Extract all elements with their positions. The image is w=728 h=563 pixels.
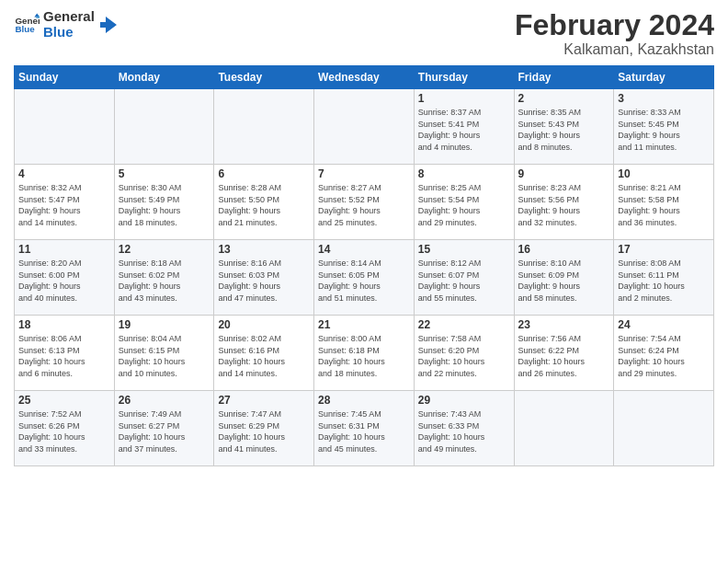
table-row: 29Sunrise: 7:43 AM Sunset: 6:33 PM Dayli…	[414, 391, 514, 466]
day-number: 27	[218, 394, 310, 407]
weekday-header-row: Sunday Monday Tuesday Wednesday Thursday…	[15, 66, 714, 89]
day-info: Sunrise: 8:08 AM Sunset: 6:11 PM Dayligh…	[618, 258, 710, 304]
day-number: 9	[518, 167, 610, 180]
day-info: Sunrise: 7:56 AM Sunset: 6:22 PM Dayligh…	[518, 333, 610, 379]
day-number: 2	[518, 92, 610, 105]
table-row: 1Sunrise: 8:37 AM Sunset: 5:41 PM Daylig…	[414, 89, 514, 165]
header-wednesday: Wednesday	[314, 66, 415, 89]
day-number: 24	[618, 318, 710, 331]
day-info: Sunrise: 8:00 AM Sunset: 6:18 PM Dayligh…	[318, 333, 410, 379]
day-number: 23	[518, 318, 610, 331]
header-saturday: Saturday	[614, 66, 714, 89]
table-row: 8Sunrise: 8:25 AM Sunset: 5:54 PM Daylig…	[414, 165, 514, 240]
day-info: Sunrise: 7:45 AM Sunset: 6:31 PM Dayligh…	[318, 408, 410, 454]
header-tuesday: Tuesday	[214, 66, 314, 89]
day-info: Sunrise: 8:25 AM Sunset: 5:54 PM Dayligh…	[418, 182, 510, 228]
table-row	[314, 89, 415, 165]
day-info: Sunrise: 8:04 AM Sunset: 6:15 PM Dayligh…	[119, 333, 210, 379]
day-number: 11	[18, 243, 110, 256]
svg-marker-4	[100, 17, 117, 33]
day-info: Sunrise: 8:23 AM Sunset: 5:56 PM Dayligh…	[518, 182, 610, 228]
week-row-3: 11Sunrise: 8:20 AM Sunset: 6:00 PM Dayli…	[15, 240, 714, 316]
day-info: Sunrise: 8:27 AM Sunset: 5:52 PM Dayligh…	[318, 182, 410, 228]
day-info: Sunrise: 8:32 AM Sunset: 5:47 PM Dayligh…	[18, 182, 110, 228]
table-row: 14Sunrise: 8:14 AM Sunset: 6:05 PM Dayli…	[314, 240, 415, 316]
day-number: 4	[18, 167, 110, 180]
table-row	[514, 391, 614, 466]
day-number: 10	[618, 167, 710, 180]
day-info: Sunrise: 8:02 AM Sunset: 6:16 PM Dayligh…	[218, 333, 310, 379]
day-info: Sunrise: 7:52 AM Sunset: 6:26 PM Dayligh…	[18, 408, 110, 454]
svg-text:Blue: Blue	[15, 24, 35, 34]
table-row: 7Sunrise: 8:27 AM Sunset: 5:52 PM Daylig…	[314, 165, 415, 240]
day-number: 20	[218, 318, 310, 331]
table-row: 2Sunrise: 8:35 AM Sunset: 5:43 PM Daylig…	[514, 89, 614, 165]
day-info: Sunrise: 8:10 AM Sunset: 6:09 PM Dayligh…	[518, 258, 610, 304]
title-block: February 2024 Kalkaman, Kazakhstan	[515, 9, 714, 58]
table-row: 17Sunrise: 8:08 AM Sunset: 6:11 PM Dayli…	[614, 240, 714, 316]
calendar-subtitle: Kalkaman, Kazakhstan	[515, 41, 714, 58]
table-row: 4Sunrise: 8:32 AM Sunset: 5:47 PM Daylig…	[15, 165, 115, 240]
day-info: Sunrise: 8:33 AM Sunset: 5:45 PM Dayligh…	[618, 107, 710, 153]
table-row: 5Sunrise: 8:30 AM Sunset: 5:49 PM Daylig…	[114, 165, 214, 240]
calendar-title: February 2024	[515, 9, 714, 41]
day-number: 21	[318, 318, 410, 331]
day-info: Sunrise: 8:28 AM Sunset: 5:50 PM Dayligh…	[218, 182, 310, 228]
day-info: Sunrise: 8:21 AM Sunset: 5:58 PM Dayligh…	[618, 182, 710, 228]
table-row: 19Sunrise: 8:04 AM Sunset: 6:15 PM Dayli…	[114, 316, 214, 391]
day-info: Sunrise: 8:30 AM Sunset: 5:49 PM Dayligh…	[119, 182, 210, 228]
table-row: 25Sunrise: 7:52 AM Sunset: 6:26 PM Dayli…	[15, 391, 115, 466]
table-row	[15, 89, 115, 165]
day-info: Sunrise: 7:54 AM Sunset: 6:24 PM Dayligh…	[618, 333, 710, 379]
header: General Blue General Blue February 2024 …	[14, 9, 714, 58]
table-row: 11Sunrise: 8:20 AM Sunset: 6:00 PM Dayli…	[15, 240, 115, 316]
calendar-table: Sunday Monday Tuesday Wednesday Thursday…	[14, 65, 714, 466]
week-row-2: 4Sunrise: 8:32 AM Sunset: 5:47 PM Daylig…	[15, 165, 714, 240]
table-row: 27Sunrise: 7:47 AM Sunset: 6:29 PM Dayli…	[214, 391, 314, 466]
table-row: 23Sunrise: 7:56 AM Sunset: 6:22 PM Dayli…	[514, 316, 614, 391]
day-info: Sunrise: 8:20 AM Sunset: 6:00 PM Dayligh…	[18, 258, 110, 304]
header-thursday: Thursday	[414, 66, 514, 89]
day-number: 1	[418, 92, 510, 105]
day-number: 6	[218, 167, 310, 180]
day-info: Sunrise: 8:12 AM Sunset: 6:07 PM Dayligh…	[418, 258, 510, 304]
header-sunday: Sunday	[15, 66, 115, 89]
day-info: Sunrise: 7:47 AM Sunset: 6:29 PM Dayligh…	[218, 408, 310, 454]
table-row: 26Sunrise: 7:49 AM Sunset: 6:27 PM Dayli…	[114, 391, 214, 466]
table-row	[614, 391, 714, 466]
day-info: Sunrise: 7:43 AM Sunset: 6:33 PM Dayligh…	[418, 408, 510, 454]
week-row-4: 18Sunrise: 8:06 AM Sunset: 6:13 PM Dayli…	[15, 316, 714, 391]
week-row-5: 25Sunrise: 7:52 AM Sunset: 6:26 PM Dayli…	[15, 391, 714, 466]
table-row: 13Sunrise: 8:16 AM Sunset: 6:03 PM Dayli…	[214, 240, 314, 316]
table-row: 12Sunrise: 8:18 AM Sunset: 6:02 PM Dayli…	[114, 240, 214, 316]
day-number: 26	[119, 394, 210, 407]
day-number: 5	[119, 167, 210, 180]
logo-icon: General Blue	[14, 12, 40, 38]
table-row: 10Sunrise: 8:21 AM Sunset: 5:58 PM Dayli…	[614, 165, 714, 240]
table-row	[114, 89, 214, 165]
header-friday: Friday	[514, 66, 614, 89]
day-info: Sunrise: 8:16 AM Sunset: 6:03 PM Dayligh…	[218, 258, 310, 304]
day-info: Sunrise: 8:18 AM Sunset: 6:02 PM Dayligh…	[119, 258, 210, 304]
table-row: 3Sunrise: 8:33 AM Sunset: 5:45 PM Daylig…	[614, 89, 714, 165]
table-row: 9Sunrise: 8:23 AM Sunset: 5:56 PM Daylig…	[514, 165, 614, 240]
day-number: 16	[518, 243, 610, 256]
table-row	[214, 89, 314, 165]
day-info: Sunrise: 7:49 AM Sunset: 6:27 PM Dayligh…	[119, 408, 210, 454]
day-number: 17	[618, 243, 710, 256]
day-number: 12	[119, 243, 210, 256]
day-number: 22	[418, 318, 510, 331]
day-number: 3	[618, 92, 710, 105]
table-row: 22Sunrise: 7:58 AM Sunset: 6:20 PM Dayli…	[414, 316, 514, 391]
day-number: 8	[418, 167, 510, 180]
table-row: 21Sunrise: 8:00 AM Sunset: 6:18 PM Dayli…	[314, 316, 415, 391]
logo-arrow-icon	[98, 15, 119, 35]
day-number: 14	[318, 243, 410, 256]
logo-text-blue: Blue	[43, 25, 95, 40]
table-row: 18Sunrise: 8:06 AM Sunset: 6:13 PM Dayli…	[15, 316, 115, 391]
table-row: 6Sunrise: 8:28 AM Sunset: 5:50 PM Daylig…	[214, 165, 314, 240]
day-number: 13	[218, 243, 310, 256]
day-number: 15	[418, 243, 510, 256]
logo-text-general: General	[43, 9, 95, 25]
day-info: Sunrise: 8:37 AM Sunset: 5:41 PM Dayligh…	[418, 107, 510, 153]
